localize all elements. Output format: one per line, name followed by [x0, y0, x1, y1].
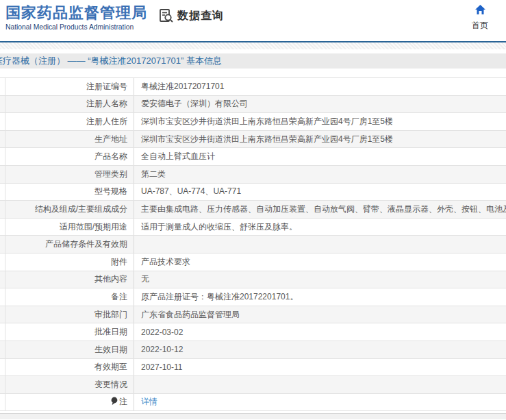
table-row: 注册人名称 爱安德电子（深圳）有限公司 [0, 96, 506, 114]
table-row: 生效日期 2022-10-12 [0, 341, 506, 359]
nmpa-logo[interactable]: 国家药品监督管理局 National Medical Products Admi… [5, 5, 142, 31]
row-stub-cell [0, 341, 5, 358]
home-button[interactable]: 首页 [468, 4, 492, 32]
row-label: 型号规格 [5, 184, 134, 201]
footer-bar [0, 413, 506, 419]
row-stub-cell [0, 113, 5, 130]
table-row: 注册人住所 深圳市宝安区沙井街道洪田上南东路恒昌荣高新产业园4号厂房1至5楼 [0, 113, 506, 131]
row-label: 注册人住所 [5, 113, 134, 130]
row-value: 原产品注册证号：粤械注准20172201701。 [134, 288, 506, 306]
row-value: 无 [134, 271, 506, 288]
row-value: 全自动上臂式血压计 [134, 148, 506, 165]
table-row: 产品名称 全自动上臂式血压计 [0, 148, 506, 166]
logo-subtitle: National Medical Products Administration [5, 23, 142, 31]
row-stub-cell [0, 131, 5, 148]
row-label: 产品名称 [5, 148, 134, 165]
table-row: 注 详情 [0, 394, 506, 412]
row-stub-cell [0, 254, 5, 271]
table-row: 注册证编号 粤械注准20172071701 [0, 78, 506, 96]
page-header: 国家药品监督管理局 National Medical Products Admi… [0, 0, 506, 41]
row-label: 变更情况 [5, 376, 134, 393]
row-label: 注 [5, 394, 134, 411]
row-stub-cell [0, 219, 5, 236]
row-value: 爱安德电子（深圳）有限公司 [134, 96, 506, 113]
row-stub-cell [0, 271, 5, 288]
row-label: 注册证编号 [5, 78, 134, 95]
table-row: 审批部门 广东省食品药品监督管理局 [0, 306, 506, 324]
data-query-icon [159, 8, 174, 23]
row-label: 审批部门 [5, 306, 134, 323]
row-label: 附件 [5, 254, 134, 271]
row-value: 粤械注准20172071701 [134, 78, 506, 95]
table-row: 生产地址 深圳市宝安区沙井街道洪田上南东路恒昌荣高新产业园4号厂房1至5楼 [0, 131, 506, 149]
row-stub-cell [0, 394, 5, 411]
row-stub-cell [0, 323, 5, 341]
data-query-label: 数据查询 [177, 9, 224, 23]
page-title: 医疗器械（注册） —— “粤械注准20172071701” 基本信息 [0, 55, 222, 67]
row-label: 备注 [5, 288, 134, 306]
table-row: 管理类别 第二类 [0, 166, 506, 184]
row-label: 生产地址 [5, 131, 134, 148]
table-row: 其他内容 无 [0, 271, 506, 289]
row-value: 2027-10-11 [134, 359, 506, 376]
table-row: 型号规格 UA-787、UA-774、UA-771 [0, 184, 506, 201]
row-value: 适用于测量成人的收缩压、舒张压及脉率。 [134, 219, 506, 236]
row-stub-cell [0, 201, 5, 218]
table-row: 变更情况 [0, 376, 506, 394]
row-stub-cell [0, 184, 5, 201]
hatch-strip [0, 42, 506, 49]
row-stub-cell [0, 236, 5, 253]
row-stub-cell [0, 359, 5, 376]
row-stub-cell [0, 78, 5, 95]
table-row: 结构及组成/主要组成成分 主要由集成电路、压力传感器、自动加压装置、自动放气阀、… [0, 201, 506, 219]
row-value: 深圳市宝安区沙井街道洪田上南东路恒昌荣高新产业园4号厂房1至5楼 [134, 113, 506, 130]
home-label: 首页 [468, 20, 492, 32]
row-value: 深圳市宝安区沙井街道洪田上南东路恒昌荣高新产业园4号厂房1至5楼 [134, 131, 506, 148]
logo-title: 国家药品监督管理局 [5, 5, 142, 21]
table-row: 附件 产品技术要求 [0, 254, 506, 271]
registration-info-table: 注册证编号 粤械注准20172071701 注册人名称 爱安德电子（深圳）有限公… [0, 77, 506, 411]
row-label: 有效期至 [5, 359, 134, 376]
table-row: 适用范围/预期用途 适用于测量成人的收缩压、舒张压及脉率。 [0, 219, 506, 236]
pin-icon [111, 397, 118, 406]
row-value [134, 236, 506, 253]
row-value: 第二类 [134, 166, 506, 183]
row-stub-cell [0, 376, 5, 393]
row-value: 2022-03-02 [134, 323, 506, 341]
row-label: 其他内容 [5, 271, 134, 288]
row-value: 广东省食品药品监督管理局 [134, 306, 506, 323]
row-label: 注册人名称 [5, 96, 134, 113]
row-stub-cell [0, 288, 5, 306]
row-value [134, 376, 506, 393]
row-label: 适用范围/预期用途 [5, 219, 134, 236]
row-value: UA-787、UA-774、UA-771 [134, 184, 506, 201]
row-label: 批准日期 [5, 323, 134, 341]
home-icon [475, 4, 486, 15]
row-label: 结构及组成/主要组成成分 [5, 201, 134, 218]
table-row: 批准日期 2022-03-02 [0, 323, 506, 341]
table-row: 产品储存条件及有效期 [0, 236, 506, 254]
row-label: 管理类别 [5, 166, 134, 183]
data-query-nav[interactable]: 数据查询 [159, 8, 224, 23]
breadcrumb-bar: 医疗器械（注册） —— “粤械注准20172071701” 基本信息 [0, 53, 506, 69]
row-value: 主要由集成电路、压力传感器、自动加压装置、自动放气阀、臂带、液晶显示器、外壳、按… [134, 201, 506, 218]
row-value: 2022-10-12 [134, 341, 506, 358]
row-value: 产品技术要求 [134, 254, 506, 271]
row-label: 生效日期 [5, 341, 134, 358]
detail-link[interactable]: 详情 [134, 394, 506, 411]
row-label: 产品储存条件及有效期 [5, 236, 134, 253]
row-stub-cell [0, 306, 5, 323]
row-stub-cell [0, 166, 5, 183]
row-stub-cell [0, 148, 5, 165]
table-row: 有效期至 2027-10-11 [0, 359, 506, 377]
row-stub-cell [0, 96, 5, 113]
table-row: 备注 原产品注册证号：粤械注准20172201701。 [0, 288, 506, 306]
